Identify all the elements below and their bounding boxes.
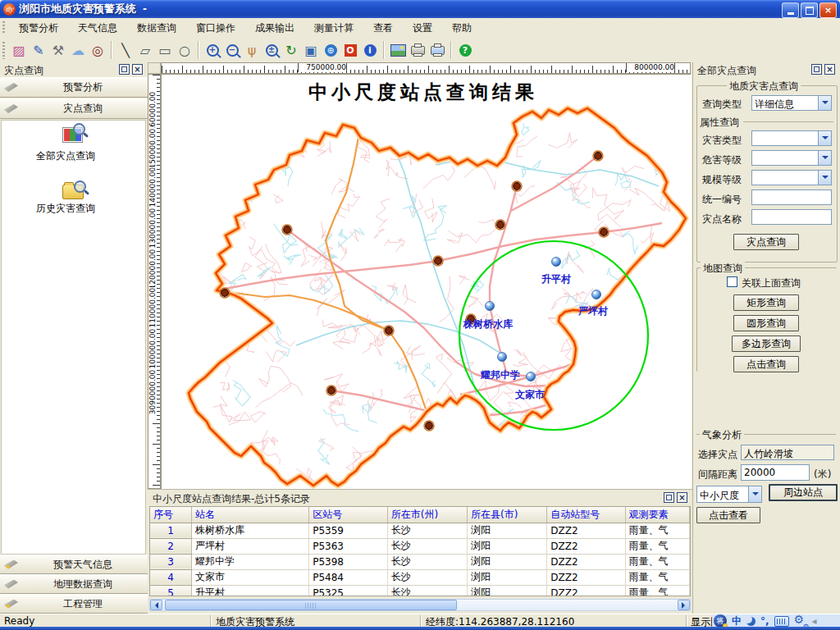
result-panel-pin-button[interactable] <box>664 492 674 503</box>
target-tool-icon[interactable]: ◎ <box>88 40 107 60</box>
legend-image-icon[interactable] <box>388 40 408 60</box>
dropdown-icon[interactable] <box>818 151 831 165</box>
stop-icon[interactable]: O <box>340 40 360 60</box>
input-统一编号[interactable] <box>751 189 832 205</box>
menu-item-8[interactable]: 设置 <box>403 19 442 38</box>
paint-tool-icon[interactable]: ✎ <box>29 40 48 60</box>
disaster-search-button[interactable]: 灾点查询 <box>733 234 799 250</box>
maximize-button[interactable] <box>801 2 818 18</box>
distance-input[interactable]: 20000 <box>741 464 810 481</box>
menu-item-9[interactable]: 帮助 <box>442 19 482 38</box>
language-settings-gear-icon[interactable]: ⚙⚙ <box>794 614 807 628</box>
map-analysis-icon[interactable]: ▨ <box>9 40 29 60</box>
zoom-out-icon[interactable]: − <box>222 40 242 60</box>
nearby-stations-button[interactable]: 周边站点 <box>769 484 838 501</box>
result-panel-close-button[interactable]: × <box>677 492 687 503</box>
menu-item-5[interactable]: 成果输出 <box>245 19 304 38</box>
column-header-1[interactable]: 序号 <box>150 507 191 523</box>
map-canvas[interactable]: 升平村严坪村株树桥水库耀邦中学文家市中小尺度站点查询结果 <box>161 74 691 489</box>
disaster-point-marker[interactable] <box>326 386 336 395</box>
right-panel-close-button[interactable]: × <box>824 64 835 75</box>
column-header-3[interactable]: 区站号 <box>309 507 388 523</box>
sidebar-item-label-1[interactable]: 全部灾点查询 <box>34 150 97 162</box>
history-disaster-query-icon[interactable] <box>62 180 85 199</box>
soft-keyboard-icon[interactable] <box>774 616 789 627</box>
hscroll-thumb[interactable] <box>165 600 457 610</box>
zoom-extent-icon[interactable]: ± <box>262 40 281 60</box>
hscroll-right-button[interactable] <box>678 600 690 610</box>
info-icon[interactable]: i <box>360 40 380 60</box>
link-above-checkbox[interactable] <box>727 276 737 287</box>
dropdown-icon[interactable] <box>818 171 831 185</box>
toolbar-grip[interactable] <box>2 42 5 59</box>
copy-view-icon[interactable]: ▣ <box>301 40 321 60</box>
map-query-button-3[interactable]: 多边形查询 <box>732 336 801 352</box>
click-view-button[interactable]: 点击查看 <box>696 507 760 523</box>
column-header-2[interactable]: 站名 <box>191 507 308 523</box>
combo-灾害类型[interactable] <box>751 130 832 146</box>
hscroll-left-button[interactable] <box>150 600 162 610</box>
disaster-point-marker[interactable] <box>282 225 292 235</box>
query-type-combo[interactable]: 详细信息 <box>751 95 832 111</box>
zoom-in-icon[interactable]: + <box>203 40 222 60</box>
table-row-2[interactable]: 2严坪村P5363长沙浏阳DZZ2雨量、气 <box>150 538 690 554</box>
disaster-point-marker[interactable] <box>433 256 443 266</box>
query-type-dropdown-icon[interactable] <box>818 96 831 110</box>
disaster-point-marker[interactable] <box>495 220 505 230</box>
disaster-point-marker[interactable] <box>384 326 394 336</box>
punctuation-icon[interactable]: °, <box>760 615 769 627</box>
menu-item-7[interactable]: 查看 <box>363 19 403 38</box>
sidebar-group-预警分析[interactable]: 预警分析 <box>0 77 148 98</box>
scale-combo[interactable]: 中小尺度 <box>696 486 762 503</box>
disaster-point-marker[interactable] <box>599 227 609 237</box>
input-灾点名称[interactable] <box>751 209 832 225</box>
sidebar-bottom-group-3[interactable]: 工程管理 <box>0 594 148 614</box>
left-panel-close-button[interactable]: × <box>132 64 143 75</box>
right-panel-pin-button[interactable] <box>811 64 822 75</box>
combo-危害等级[interactable] <box>751 150 832 166</box>
map-query-button-4[interactable]: 点击查询 <box>733 356 799 372</box>
pan-hand-icon[interactable]: ψ <box>242 40 262 60</box>
minimize-button[interactable] <box>782 2 799 18</box>
column-header-4[interactable]: 所在市(州) <box>387 507 467 523</box>
column-header-5[interactable]: 所在县(市) <box>468 507 547 523</box>
menu-item-4[interactable]: 窗口操作 <box>186 19 245 38</box>
map-query-button-1[interactable]: 矩形查询 <box>733 294 799 311</box>
left-panel-pin-button[interactable] <box>119 64 130 75</box>
menu-item-1[interactable]: 预警分析 <box>9 19 68 38</box>
help-icon[interactable]: ? <box>455 40 475 60</box>
column-header-7[interactable]: 观测要素 <box>625 507 689 523</box>
ime-brand-icon[interactable]: 将 <box>714 614 727 628</box>
rectangle-draw-icon[interactable]: ▭ <box>155 40 175 60</box>
result-table-hscrollbar[interactable] <box>149 599 691 611</box>
cloud-tool-icon[interactable]: ☁ <box>68 40 88 60</box>
disaster-point-marker[interactable] <box>512 181 522 191</box>
sidebar-item-label-2[interactable]: 历史灾害查询 <box>34 203 97 215</box>
menu-item-6[interactable]: 测量计算 <box>304 19 363 38</box>
menu-item-2[interactable]: 天气信息 <box>68 19 127 38</box>
chinese-mode-icon[interactable]: 中 <box>732 614 742 628</box>
table-row-3[interactable]: 3耀邦中学P5398长沙浏阳DZZ2雨量、气 <box>150 554 690 569</box>
scale-combo-dropdown-icon[interactable] <box>748 486 761 502</box>
sidebar-bottom-group-1[interactable]: 预警天气信息 <box>0 555 148 574</box>
all-disaster-query-icon[interactable] <box>62 127 85 147</box>
hammer-tool-icon[interactable]: ⚒ <box>48 40 68 60</box>
print-preview-icon[interactable] <box>427 40 447 60</box>
polygon-draw-icon[interactable]: ▱ <box>135 40 155 60</box>
disaster-point-marker[interactable] <box>593 151 603 161</box>
map-query-button-2[interactable]: 圆形查询 <box>733 315 799 331</box>
tray-collapse-arrow-icon[interactable]: ◂ <box>812 615 817 627</box>
table-row-4[interactable]: 4文家市P5484长沙浏阳DZZ2雨量、气 <box>150 569 690 585</box>
fullwidth-moon-icon[interactable] <box>746 617 756 626</box>
sidebar-group-灾点查询[interactable]: 灾点查询 <box>0 98 148 119</box>
close-button[interactable]: × <box>819 2 837 18</box>
print-icon[interactable] <box>408 40 427 60</box>
ellipse-draw-icon[interactable]: ○ <box>175 40 194 60</box>
disaster-point-marker[interactable] <box>424 421 434 431</box>
globe-icon[interactable]: ⊕ <box>321 40 340 60</box>
column-header-6[interactable]: 自动站型号 <box>547 507 626 523</box>
table-row-1[interactable]: 1株树桥水库P5359长沙浏阳DZZ2雨量、气 <box>150 523 690 538</box>
menu-item-3[interactable]: 数据查询 <box>127 19 186 38</box>
disaster-point-marker[interactable] <box>220 288 230 298</box>
table-row-5[interactable]: 5升平村P5325长沙浏阳DZZ2雨量、气 <box>150 585 690 596</box>
